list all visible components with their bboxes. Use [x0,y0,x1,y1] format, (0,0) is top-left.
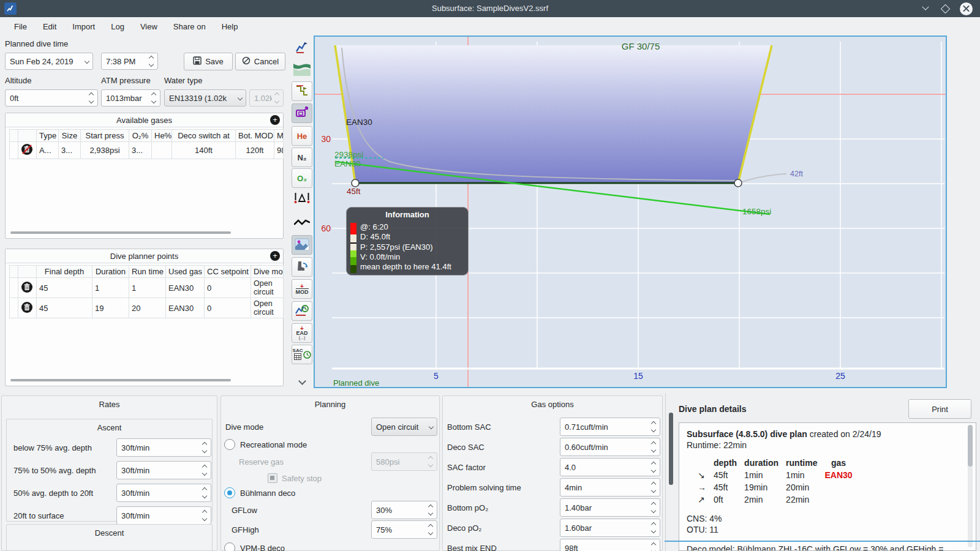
points-horizontal-scrollbar[interactable] [10,379,231,381]
points-col-setpoint[interactable]: CC setpoint [205,266,251,278]
ascent-rate-4-spinner[interactable]: 30ft/min [116,506,211,525]
gases-col-decoswitch[interactable]: Deco switch at [172,130,236,142]
ascent-rate-2-spinner[interactable]: 30ft/min [116,461,211,479]
delete-gas-icon[interactable] [21,148,33,157]
delete-point-icon[interactable] [21,306,33,315]
point-duration[interactable]: 19 [92,298,129,318]
gases-col-he[interactable]: He% [152,130,172,142]
point-divemode[interactable]: Open circuit [251,278,284,298]
point-depth[interactable]: 45 [37,298,92,318]
gases-col-mnd[interactable]: MN [274,130,284,142]
mod-button[interactable]: + MOD [292,279,312,299]
close-button[interactable] [959,2,973,15]
gas-change-button[interactable] [292,257,312,277]
point-setpoint[interactable]: 0 [205,278,251,298]
buhlmann-deco-radio[interactable] [224,487,235,498]
points-col-depth[interactable]: Final depth [37,266,92,278]
menu-file[interactable]: File [6,19,35,34]
menu-import[interactable]: Import [64,19,103,34]
dive-mode-combo[interactable]: Open circuit [371,418,437,436]
problem-solving-time-spinner[interactable]: 4min [560,478,660,497]
altitude-spinner[interactable]: 0ft [5,89,98,107]
runtime-button[interactable] [292,301,312,321]
menu-share-on[interactable]: Share on [165,19,214,34]
gases-col-startpress[interactable]: Start press [81,130,129,142]
gases-horizontal-scrollbar[interactable] [10,231,231,234]
point-depth[interactable]: 45 [37,278,92,298]
deco-sac-spinner[interactable]: 0.60cuft/min [560,438,660,456]
time-spinner[interactable]: 7:38 PM [101,53,158,70]
notes-scrollbar-handle[interactable] [968,425,973,467]
add-point-button[interactable]: + [270,251,280,261]
water-type-label: Water type [164,76,202,85]
profile-handle[interactable] [352,179,359,187]
bottom-po2-spinner[interactable]: 1.40bar [560,498,660,517]
add-gas-button[interactable]: + [270,115,280,125]
gas-mnd[interactable]: 98f [274,142,284,159]
ceiling-button[interactable] [292,60,312,80]
profile-handle[interactable] [734,179,742,187]
point-runtime[interactable]: 20 [129,298,166,318]
toggle-he-button[interactable]: He [292,126,312,146]
gas-startpress[interactable]: 2,938psi [81,142,129,159]
cancel-label: Cancel [254,57,279,66]
ead-button[interactable]: + EAD (...) [292,323,312,343]
water-type-combo[interactable]: EN13319 (1.02k [164,89,246,107]
delete-point-icon[interactable] [21,286,33,295]
save-button[interactable]: Save [184,53,233,70]
menu-edit[interactable]: Edit [35,19,64,34]
maximize-button[interactable] [938,2,952,15]
menu-log[interactable]: Log [103,19,132,34]
gas-type[interactable]: A... [37,142,59,159]
point-runtime[interactable]: 1 [129,278,166,298]
dive-profile-button[interactable] [292,38,312,58]
date-combo[interactable]: Sun Feb 24, 2019 [5,53,93,70]
toolbar-scroll-down-button[interactable] [292,371,312,391]
best-mix-end-spinner[interactable]: 98ft [560,539,660,551]
details-vertical-scrollbar[interactable] [669,413,673,485]
points-col-gas[interactable]: Used gas [166,266,205,278]
points-col-runtime[interactable]: Run time [129,266,166,278]
point-gas[interactable]: EAN30 [166,298,205,318]
deco-po2-spinner[interactable]: 1.60bar [560,519,660,537]
gas-he[interactable] [152,142,172,159]
gases-col-type[interactable]: Type [37,130,59,142]
point-duration[interactable]: 1 [92,278,129,298]
gas-size[interactable]: 3... [59,142,81,159]
gas-botmod[interactable]: 120ft [236,142,274,159]
calculated-ceiling-button[interactable] [292,81,312,101]
bottom-sac-spinner[interactable]: 0.71cuft/min [560,418,660,436]
gfhigh-spinner[interactable]: 75% [371,520,437,539]
gas-o2[interactable]: 3... [129,142,152,159]
minimize-button[interactable] [919,2,932,15]
point-setpoint[interactable]: 0 [205,298,251,318]
print-button[interactable]: Print [908,399,971,419]
heartrate-button[interactable] [292,213,312,233]
points-col-duration[interactable]: Duration [92,266,129,278]
point-gas[interactable]: EAN30 [166,278,205,298]
menu-help[interactable]: Help [214,19,246,34]
gas-decoswitch[interactable]: 140ft [172,142,236,159]
gflow-spinner[interactable]: 30% [371,501,437,519]
cancel-button[interactable]: Cancel [235,53,285,70]
sac-button[interactable]: SAC [292,345,312,364]
gases-col-botmod[interactable]: Bot. MOD [236,130,274,142]
toggle-n2-button[interactable]: N₂ [292,148,312,167]
vpmb-deco-radio[interactable] [224,542,235,551]
tissues-button[interactable] [292,188,312,208]
photos-button[interactable] [292,235,312,255]
points-col-divemode[interactable]: Dive mode [251,266,284,278]
toggle-o2-button[interactable]: O₂ [292,168,312,188]
atm-pressure-spinner[interactable]: 1013mbar [101,89,160,107]
menu-view[interactable]: View [132,19,165,34]
gases-col-o2[interactable]: O₂% [129,130,152,142]
setpoint-button[interactable] [292,103,312,123]
dive-profile-chart[interactable]: GF 30/75 30 60 5 15 25 Planned dive EAN3… [314,36,947,388]
point-divemode[interactable]: Open circuit [251,298,284,318]
recreational-mode-radio[interactable] [224,439,235,450]
sac-factor-spinner[interactable]: 4.0 [560,458,660,476]
splitter-highlight[interactable] [665,541,980,542]
ascent-rate-1-spinner[interactable]: 30ft/min [116,438,211,457]
gases-col-size[interactable]: Size [59,130,81,142]
ascent-rate-3-spinner[interactable]: 30ft/min [116,484,211,502]
